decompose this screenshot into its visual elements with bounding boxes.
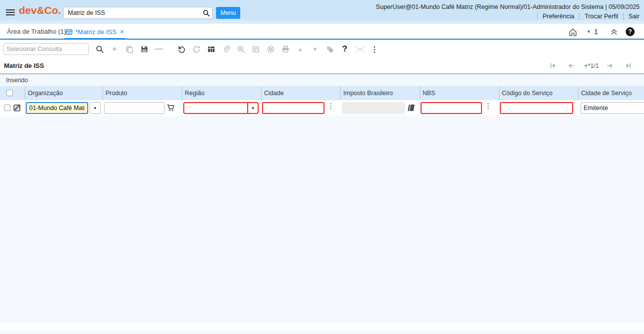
process-button[interactable] [263, 43, 278, 56]
preference-link[interactable]: Preferência [537, 13, 574, 20]
edit-record-button[interactable] [13, 103, 22, 112]
print-button[interactable] [278, 43, 293, 56]
change-role-link[interactable]: Trocar Perfil [579, 13, 618, 20]
zoom-across-button[interactable] [233, 43, 248, 56]
copy-icon [125, 45, 134, 54]
help-button[interactable]: ? [626, 27, 635, 36]
last-record-button[interactable] [625, 62, 632, 69]
organizacao-field[interactable] [26, 102, 88, 114]
logout-link[interactable]: Sair [623, 13, 640, 20]
status-text: Inserido [6, 74, 28, 86]
undo-icon [177, 45, 186, 54]
arrow-left-icon [568, 62, 575, 69]
undo-button[interactable] [174, 43, 189, 56]
window-help-button[interactable]: ? [337, 43, 352, 56]
column-header-regiao[interactable]: Região [182, 86, 261, 100]
column-header-cidade-de-servico[interactable]: Cidade de Serviço [578, 86, 644, 100]
app-logo: dev&Co. [19, 0, 61, 20]
hamburger-menu-icon[interactable] [6, 9, 15, 15]
codigo-do-servico-field[interactable] [500, 102, 573, 114]
window-toolbar: ▼ + — ▲ ▼ ? ⋮ [0, 40, 644, 58]
table-row: ▼ ▼ ⋮ ⋮ [0, 100, 644, 115]
parent-record-button[interactable]: ▲ [293, 43, 308, 56]
gear-icon [267, 45, 275, 54]
search-icon [96, 45, 104, 54]
global-search-input[interactable] [63, 7, 201, 19]
shopping-cart-icon [166, 104, 175, 112]
close-tab-icon[interactable]: × [120, 28, 124, 36]
tag-icon [326, 45, 334, 54]
regiao-field[interactable] [184, 103, 247, 113]
column-header-organizacao[interactable]: Organização [25, 86, 103, 100]
nbs-more-button[interactable]: ⋮ [484, 102, 492, 111]
book-icon [407, 104, 417, 112]
open-window-count: 1 [594, 24, 598, 40]
saved-query-input[interactable] [3, 44, 89, 55]
cidade-more-button[interactable]: ⋮ [327, 102, 334, 111]
top-bar: dev&Co. Menu SuperUser@01-Mundo Café Mat… [0, 0, 644, 20]
barcode-scan-button[interactable] [352, 43, 367, 56]
bottom-panel-strip [0, 323, 644, 330]
paperclip-icon [222, 45, 230, 54]
find-record-button[interactable] [92, 43, 107, 56]
home-button[interactable] [568, 24, 578, 40]
column-header-imposto-brasileiro[interactable]: Imposto Brasileiro [340, 86, 420, 100]
nbs-field[interactable] [421, 102, 482, 114]
caret-down-icon: ▼ [93, 106, 97, 111]
session-links: PreferênciaTrocar PerfilSair [532, 13, 640, 20]
new-record-button[interactable]: + [107, 43, 122, 56]
detail-record-button[interactable]: ▼ [308, 43, 322, 56]
question-icon: ? [628, 28, 632, 35]
produto-search-button[interactable] [166, 104, 175, 112]
imposto-lookup-button[interactable] [407, 104, 416, 112]
previous-record-button[interactable] [568, 62, 575, 69]
user-session-info: SuperUser@01-Mundo Café Matriz (Regime N… [376, 3, 640, 10]
page-title: Matriz de ISS [4, 58, 44, 73]
first-record-button[interactable] [549, 62, 556, 69]
column-header-codigo-do-servico[interactable]: Código do Serviço [499, 86, 578, 100]
barcode-icon [355, 45, 365, 54]
cidade-field[interactable] [262, 102, 324, 114]
triangle-up-icon: ▲ [298, 46, 303, 52]
record-indicator: +*1/1 [581, 58, 602, 73]
toggle-grid-view-button[interactable] [204, 43, 218, 56]
column-header-produto[interactable]: Produto [103, 86, 182, 100]
tab-matriz-de-iss[interactable]: *Matriz de ISS × [65, 24, 124, 40]
collapse-header-button[interactable] [610, 24, 618, 40]
menu-button[interactable]: Menu [216, 7, 240, 19]
attachment-button[interactable] [218, 43, 233, 56]
global-search-button[interactable] [200, 7, 213, 19]
label-button[interactable] [322, 43, 337, 56]
produto-field[interactable] [104, 102, 164, 114]
refresh-icon [192, 45, 201, 54]
refresh-button[interactable] [189, 43, 204, 56]
window-list-dropdown[interactable]: ▼ [587, 24, 591, 40]
delete-record-button[interactable]: — [152, 43, 166, 56]
tab-label: *Matriz de ISS [75, 28, 116, 36]
grid-header-row: Organização Produto Região Cidade Impost… [0, 86, 644, 100]
kebab-icon: ⋮ [371, 45, 378, 54]
organizacao-dropdown-button[interactable]: ▼ [90, 102, 101, 114]
arrow-right-icon [606, 62, 613, 69]
regiao-combobox[interactable]: ▼ [183, 102, 259, 114]
save-button[interactable] [137, 43, 152, 56]
saved-query-combobox[interactable]: ▼ [3, 43, 89, 55]
cidade-de-servico-field[interactable] [581, 102, 644, 114]
minus-icon: — [155, 45, 163, 54]
column-header-nbs[interactable]: NBS [420, 86, 499, 100]
select-all-checkbox[interactable] [6, 90, 13, 96]
triangle-down-icon: ▼ [313, 46, 318, 52]
select-all-cell [0, 86, 25, 100]
window-title-bar: Matriz de ISS +*1/1 [0, 58, 644, 73]
tab-workspace[interactable]: Área de Trabalho (1) [7, 24, 66, 40]
more-actions-button[interactable]: ⋮ [367, 43, 382, 56]
caret-down-icon[interactable]: ▼ [247, 103, 258, 113]
column-header-cidade[interactable]: Cidade [261, 86, 340, 100]
next-record-button[interactable] [606, 62, 613, 69]
chat-notes-button[interactable] [248, 43, 263, 56]
row-checkbox[interactable] [4, 105, 10, 111]
grid-view-icon [207, 45, 215, 54]
copy-record-button[interactable] [122, 43, 137, 56]
double-chevron-up-icon [610, 28, 618, 36]
printer-icon [281, 45, 290, 54]
